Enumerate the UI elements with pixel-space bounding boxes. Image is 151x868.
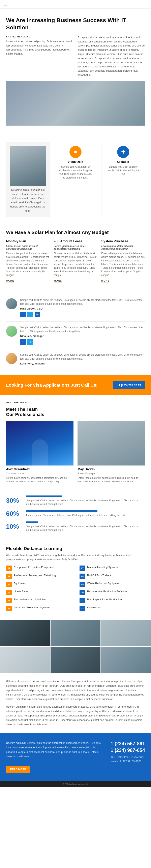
person-image: [10, 146, 46, 186]
cta-banner: Looking For Visa Applications Just Call …: [0, 375, 151, 395]
facebook-icon-1[interactable]: f: [20, 339, 26, 345]
contact-phone-1: 1 (234) 567-891: [111, 741, 145, 746]
stat-bar-container-0: Sample text. Click to select the text bo…: [26, 495, 145, 506]
learning-label-02: Professional Training and Retraining: [14, 574, 56, 577]
read-more-button[interactable]: READ MORE: [6, 766, 30, 773]
team-section: MEET THE TEAM Meet The TeamOur Professio…: [0, 395, 151, 492]
plan-more-2[interactable]: MORE: [101, 279, 109, 283]
plan-more-1[interactable]: MORE: [54, 279, 62, 283]
twitter-icon-1[interactable]: t: [27, 339, 33, 345]
gallery-img-4: [51, 647, 100, 673]
stat-bar-container-2: Sample text. Click to select the text bo…: [26, 522, 145, 532]
contact-text-area: Ut enim ad minim veniam, quis nostrud ex…: [6, 741, 104, 773]
learning-label-10: Replacement Production Software: [87, 590, 127, 593]
gallery-img-3: [0, 647, 50, 673]
learning-num-06: 06: [6, 606, 12, 611]
contact-section: Ut enim ad minim veniam, quis nostrud ex…: [0, 733, 151, 781]
visualize-desc: Sample text. Click again or double click…: [58, 165, 93, 180]
testimonial-2: Sample text. Click to select the text bo…: [6, 349, 145, 369]
team-member-image-0: [6, 421, 73, 465]
plan-title-2: System Purchase: [101, 240, 145, 243]
stat-text-1: Excepteur sint. Click to select the text…: [26, 514, 145, 517]
gallery-img-1: [51, 620, 100, 646]
gallery-img-5: [101, 647, 151, 673]
stat-row-2: 10% Sample text. Click to select the tex…: [6, 522, 145, 532]
learning-num-05: 05: [6, 598, 12, 603]
footer: © 2024 All rights reserved.: [0, 781, 151, 787]
plan-label-2: Lorem ipsum dolor sit amet, consectetur …: [101, 245, 145, 250]
learning-num-02: 02: [6, 574, 12, 579]
learning-num-04: 04: [6, 590, 12, 595]
hamburger-icon[interactable]: ☰: [4, 2, 7, 6]
linkedin-icon-0[interactable]: in: [35, 312, 40, 317]
learning-item-05: 05 Electroelements, digital film: [6, 598, 71, 603]
plan-title-1: Full Amount Lease: [54, 240, 97, 243]
create-title: Create It: [105, 160, 141, 163]
plan-more-0[interactable]: MORE: [6, 279, 14, 283]
create-card: ✚ Create It Sample text. Click again or …: [101, 142, 145, 217]
footer-text: © 2024 All rights reserved.: [4, 783, 147, 785]
testimonial-text-2: Sample text. Click to select the text bo…: [20, 353, 145, 361]
learning-label-01: Component Production Equipment: [14, 565, 54, 569]
hero-right-text: Excepteur sint occaecat cupidatat non pr…: [78, 35, 145, 77]
social-icons-1: f t: [20, 339, 145, 345]
learning-item-01: 01 Component Production Equipment: [6, 565, 71, 571]
avatar-1: [6, 326, 17, 337]
team-member-name-0: Alex Greenfield: [6, 467, 73, 471]
hero-image: [6, 81, 145, 126]
learning-label-05: Electroelements, digital film: [14, 598, 46, 601]
visualize-title: Visualize It: [58, 160, 93, 163]
gallery-section: [0, 620, 151, 673]
visualize-card: ■ Visualize It Sample text. Click again …: [54, 142, 97, 217]
learning-label-07: Material Handling Systems: [87, 565, 118, 569]
cta-phone-button[interactable]: +1 (773) 787.87.19: [113, 381, 145, 389]
bottom-paragraph-2: Ut enim ad minim veniam, quis nostrud ex…: [6, 705, 145, 727]
gallery-img-2: [101, 620, 151, 646]
stat-row-0: 30% Sample text. Click to select the tex…: [6, 495, 145, 506]
learning-title: Flexible Distance Learning: [6, 546, 145, 551]
twitter-icon-0[interactable]: t: [27, 312, 33, 317]
top-navigation: ☰: [0, 0, 151, 9]
learning-label-08: Roll Off Trus Trailers: [87, 574, 111, 577]
team-member-desc-0: Lorem ipsum dolor sit, consectetur adipi…: [6, 476, 73, 484]
testimonials-section: Sample text. Click to select the text bo…: [0, 288, 151, 375]
solar-plan-monthly: Monthly Plan Lorem ipsum dolor sit amet,…: [6, 240, 50, 282]
learning-right-column: 07 Material Handling Systems 08 Roll Off…: [80, 565, 145, 614]
testimonial-text-0: Sample text. Click to select the text bo…: [20, 298, 145, 306]
learning-label-06: Automated Measuring Systems: [14, 606, 50, 610]
avatar-0: [6, 298, 17, 309]
testimonial-0: Sample text. Click to select the text bo…: [6, 294, 145, 321]
features-section: Curabitur aliquet quam id dui posuere bl…: [0, 132, 151, 223]
learning-label-04: Linear Sales: [14, 590, 28, 593]
bottom-paragraph-1: Ut lorem et odio vero, quis nostrud exer…: [6, 679, 145, 701]
team-member-0: Alex Greenfield Creative Leader Lorem ip…: [6, 421, 73, 486]
testimonial-author-1: Nina Leo, manager: [20, 335, 145, 338]
team-member-title-1: Sales Manager: [78, 472, 145, 475]
avatar-2: [6, 353, 17, 364]
contact-address: 121 Rock Street, 21 Avenue,New York, NY …: [111, 755, 145, 764]
learning-item-08: 08 Roll Off Trus Trailers: [80, 574, 145, 579]
team-member-name-1: May Brown: [78, 467, 145, 471]
learning-section: Flexible Distance Learning We provide fl…: [0, 540, 151, 620]
learning-item-12: 12 Consultants: [80, 606, 145, 611]
team-member-image-1: [78, 421, 145, 465]
learning-num-11: 11: [80, 598, 85, 603]
solar-plans-grid: Monthly Plan Lorem ipsum dolor sit amet,…: [6, 240, 145, 282]
plan-desc-2: Eiusmod tempor incididunt ut labore et d…: [101, 252, 145, 277]
team-title: Meet The TeamOur Professionals: [6, 407, 145, 417]
team-grid: Alex Greenfield Creative Leader Lorem ip…: [6, 421, 145, 486]
hero-section: We Are Increasing Business Success With …: [0, 9, 151, 132]
testimonial-1: Sample text. Click to select the text bo…: [6, 321, 145, 349]
contact-phones-area: 1 (234) 567-891 1 (234) 987-654 121 Rock…: [111, 741, 145, 764]
facebook-icon-0[interactable]: f: [20, 312, 26, 317]
plan-desc-1: Eiusmod tempor incididunt ut labore et d…: [54, 252, 97, 277]
learning-label-11: Plan Layout ExpertProduction: [87, 598, 122, 601]
learning-item-09: 09 Waste Reduction Equipment: [80, 582, 145, 587]
learning-items-grid: 01 Component Production Equipment 02 Pro…: [6, 565, 145, 614]
learning-item-03: 03 Equipment: [6, 582, 71, 587]
create-icon: ✚: [117, 146, 129, 158]
learning-label-03: Equipment: [14, 582, 26, 585]
stat-bar-0: [26, 495, 62, 497]
solar-plan-lease: Full Amount Lease Lorem ipsum dolor sit …: [54, 240, 97, 282]
stat-text-0: Sample text. Click to select the text bo…: [26, 499, 145, 506]
